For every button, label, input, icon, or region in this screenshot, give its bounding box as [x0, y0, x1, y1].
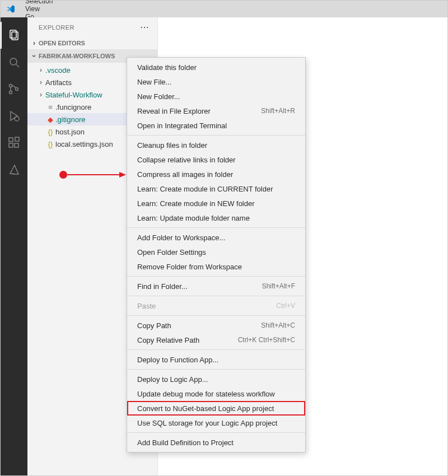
menu-item-label: Paste	[137, 302, 156, 310]
menu-item-new-folder[interactable]: New Folder...	[127, 89, 305, 104]
activitybar	[1, 17, 27, 475]
menu-item-label: Validate this folder	[137, 63, 197, 72]
chevron-down-icon: ›	[30, 52, 38, 60]
menu-item-label: Deploy to Logic App...	[137, 375, 208, 384]
menu-item-remove-folder-from-workspace[interactable]: Remove Folder from Workspace	[127, 259, 305, 274]
menu-item-label: Copy Path	[137, 321, 171, 330]
svg-point-6	[16, 88, 18, 91]
menu-item-collapse-relative-links-in-folder[interactable]: Collapse relative links in folder	[127, 152, 305, 167]
menu-item-label: New Folder...	[137, 92, 180, 101]
chevron-right-icon: ›	[36, 66, 45, 74]
menu-item-label: Compress all images in folder	[137, 170, 233, 179]
diamond-icon: ◆	[45, 115, 55, 124]
chevron-right-icon: ›	[36, 91, 45, 99]
menu-item-label: Collapse relative links in folder	[137, 156, 236, 164]
menu-item-add-build-definition-to-project[interactable]: Add Build Definition to Project	[127, 435, 305, 450]
tree-item-label: Artifacts	[45, 78, 72, 87]
menu-item-label: Learn: Create module in NEW folder	[137, 199, 255, 208]
svg-rect-1	[12, 32, 18, 40]
svg-point-2	[10, 58, 17, 65]
tree-item-label: Stateful-Workflow	[45, 91, 102, 99]
menu-item-label: Add Folder to Workspace...	[137, 234, 225, 242]
menu-item-compress-all-images-in-folder[interactable]: Compress all images in folder	[127, 167, 305, 181]
sidebar-title: EXPLORER ⋯	[27, 17, 157, 37]
menu-item-shortcut: Shift+Alt+R	[261, 107, 295, 115]
open-editors-label: OPEN EDITORS	[39, 40, 85, 46]
chevron-right-icon: ›	[36, 78, 45, 86]
menu-item-new-file[interactable]: New File...	[127, 74, 305, 89]
tree-item-label: .funcignore	[55, 103, 91, 111]
menubar: FileEditSelectionViewGoTerminalHelp	[1, 1, 447, 17]
activity-explorer-icon[interactable]	[1, 22, 27, 49]
menu-item-shortcut: Shift+Alt+C	[261, 321, 295, 329]
menu-item-add-folder-to-workspace[interactable]: Add Folder to Workspace...	[127, 230, 305, 245]
svg-rect-12	[15, 137, 19, 141]
tree-item-label: .gitignore	[55, 115, 85, 124]
activity-azure-icon[interactable]	[1, 156, 27, 183]
menu-item-label: Copy Relative Path	[137, 336, 199, 344]
chevron-right-icon: ›	[30, 39, 39, 47]
menu-item-learn-create-module-in-new-folder[interactable]: Learn: Create module in NEW folder	[127, 196, 305, 211]
menu-item-label: Reveal in File Explorer	[137, 107, 211, 115]
menu-item-shortcut: Shift+Alt+F	[262, 282, 295, 290]
menu-item-shortcut: Ctrl+K Ctrl+Shift+C	[238, 336, 295, 344]
menu-item-learn-create-module-in-current-folder[interactable]: Learn: Create module in CURRENT folder	[127, 181, 305, 196]
svg-point-8	[15, 116, 19, 121]
menu-item-label: Open in Integrated Terminal	[137, 122, 227, 130]
menu-item-label: Find in Folder...	[137, 282, 188, 291]
menu-item-label: Deploy to Function App...	[137, 356, 218, 364]
more-actions-icon[interactable]: ⋯	[140, 22, 150, 32]
menu-item-deploy-to-logic-app[interactable]: Deploy to Logic App...	[127, 372, 305, 386]
workspace-label: FABRIKAM-WORKFLOWS	[39, 53, 115, 59]
menu-item-paste: PasteCtrl+V	[127, 298, 305, 313]
vscode-logo-icon	[6, 4, 15, 13]
tree-item-label: host.json	[55, 128, 85, 136]
sidebar-title-label: EXPLORER	[39, 24, 74, 31]
menu-item-learn-update-module-folder-name[interactable]: Learn: Update module folder name	[127, 211, 305, 225]
menu-selection[interactable]: Selection	[21, 0, 57, 5]
menu-item-update-debug-mode-for-stateless-workflow[interactable]: Update debug mode for stateless workflow	[127, 386, 305, 401]
menu-item-label: Update debug mode for stateless workflow	[137, 390, 275, 398]
menu-item-open-folder-settings[interactable]: Open Folder Settings	[127, 245, 305, 259]
lines-icon: ≡	[45, 103, 55, 111]
menu-item-label: Learn: Create module in CURRENT folder	[137, 185, 273, 193]
menu-item-cleanup-files-in-folder[interactable]: Cleanup files in folder	[127, 138, 305, 152]
svg-rect-9	[9, 138, 13, 142]
menu-item-copy-path[interactable]: Copy PathShift+Alt+C	[127, 318, 305, 333]
menu-item-label: Learn: Update module folder name	[137, 214, 250, 222]
tree-item-label: local.settings.json	[55, 140, 113, 148]
svg-line-3	[16, 64, 19, 67]
activity-extensions-icon[interactable]	[1, 129, 27, 156]
menu-item-find-in-folder[interactable]: Find in Folder...Shift+Alt+F	[127, 279, 305, 293]
menu-item-use-sql-storage-for-your-logic-app-project[interactable]: Use SQL storage for your Logic App proje…	[127, 416, 305, 430]
menu-item-label: New File...	[137, 78, 171, 86]
tree-item-label: .vscode	[45, 66, 71, 74]
svg-rect-11	[15, 143, 18, 147]
menu-item-label: Convert to NuGet-based Logic App project	[137, 404, 274, 413]
svg-rect-10	[9, 143, 13, 147]
menu-item-open-in-integrated-terminal[interactable]: Open in Integrated Terminal	[127, 118, 305, 133]
menu-item-label: Add Build Definition to Project	[137, 438, 234, 447]
braces-icon: {}	[45, 140, 55, 148]
braces-icon: {}	[45, 128, 55, 136]
menu-item-convert-to-nuget-based-logic-app-project[interactable]: Convert to NuGet-based Logic App project	[127, 401, 305, 416]
menu-item-deploy-to-function-app[interactable]: Deploy to Function App...	[127, 352, 305, 367]
menu-item-reveal-in-file-explorer[interactable]: Reveal in File ExplorerShift+Alt+R	[127, 104, 305, 118]
menu-item-shortcut: Ctrl+V	[276, 302, 295, 310]
svg-point-5	[10, 91, 12, 94]
menu-item-label: Use SQL storage for your Logic App proje…	[137, 419, 277, 427]
menu-item-label: Cleanup files in folder	[137, 141, 207, 150]
activity-run-icon[interactable]	[1, 102, 27, 129]
activity-scm-icon[interactable]	[1, 76, 27, 102]
menu-item-label: Open Folder Settings	[137, 248, 206, 256]
menu-item-copy-relative-path[interactable]: Copy Relative PathCtrl+K Ctrl+Shift+C	[127, 333, 305, 347]
svg-point-4	[10, 85, 12, 87]
open-editors-header[interactable]: › OPEN EDITORS	[27, 37, 157, 49]
svg-marker-7	[11, 111, 17, 120]
menu-item-validate-this-folder[interactable]: Validate this folder	[127, 60, 305, 74]
menu-item-label: Remove Folder from Workspace	[137, 263, 242, 271]
activity-search-icon[interactable]	[1, 49, 27, 76]
menu-view[interactable]: View	[21, 5, 57, 13]
svg-rect-0	[10, 30, 16, 38]
context-menu: Validate this folderNew File...New Folde…	[127, 57, 306, 452]
